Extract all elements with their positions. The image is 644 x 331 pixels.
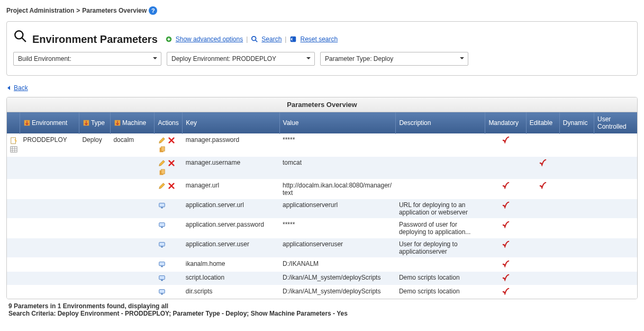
cell-editable [526, 258, 559, 272]
cell-actions [155, 199, 183, 219]
param-type-select[interactable]: Parameter Type: Deploy [320, 52, 468, 66]
new-icon[interactable] [10, 137, 16, 145]
cell-description [396, 157, 485, 180]
svg-rect-10 [11, 147, 17, 153]
copy-icon[interactable] [158, 146, 166, 154]
col-usercontrolled: User Controlled [594, 112, 637, 134]
cell-description: Demo scripts location [396, 272, 485, 285]
show-advanced-link[interactable]: Show advanced options [176, 35, 243, 43]
table-row: application.server.userapplicationserver… [7, 238, 637, 258]
cell-environment [20, 180, 79, 199]
breadcrumb-sep: > [76, 7, 80, 14]
build-env-select[interactable]: Build Environment: [13, 52, 161, 66]
deploy-env-select[interactable]: Deploy Environment: PRODDEPLOY [167, 52, 315, 66]
check-icon [488, 221, 523, 228]
cell-machine [110, 238, 154, 258]
cell-machine [110, 219, 154, 238]
edit-icon[interactable] [158, 182, 166, 190]
deploy-env-value: Deploy Environment: PRODDEPLOY [171, 55, 276, 62]
svg-rect-22 [161, 266, 163, 267]
cell-type [79, 180, 110, 199]
chevron-down-icon [459, 52, 465, 65]
grid-icon[interactable] [10, 146, 16, 153]
cell-environment [20, 285, 79, 299]
table-row: script.locationD:/ikan/ALM_system/deploy… [7, 272, 637, 285]
edit-icon[interactable] [158, 159, 166, 167]
cell-actions [155, 180, 183, 199]
cell-dynamic [559, 157, 594, 180]
footer-line2: Search Criteria: Deploy Environment - PR… [8, 310, 636, 317]
cell-machine: docalm [110, 134, 154, 157]
svg-rect-16 [161, 208, 163, 209]
svg-rect-17 [159, 223, 165, 227]
table-row: application.server.password*****Password… [7, 219, 637, 238]
parameters-table-wrap: Parameters Overview Environment [6, 97, 638, 299]
cell-actions [155, 219, 183, 238]
chevron-down-icon [152, 52, 158, 65]
cell-description [396, 134, 485, 157]
row-lead [7, 134, 20, 157]
cell-machine [110, 272, 154, 285]
check-icon [529, 159, 556, 166]
cell-user [594, 180, 637, 199]
delete-icon[interactable] [167, 136, 176, 145]
cell-user [594, 157, 637, 180]
cell-machine [110, 285, 154, 299]
cell-mandatory [485, 157, 526, 180]
help-icon[interactable]: ? [149, 6, 157, 15]
svg-line-1 [22, 38, 26, 42]
machine-icon[interactable] [158, 288, 166, 296]
delete-icon[interactable] [167, 159, 176, 167]
machine-icon[interactable] [158, 240, 166, 249]
row-lead [7, 238, 20, 258]
col-value: Value [279, 112, 396, 134]
cell-editable [526, 219, 559, 238]
parameters-table: Environment Type Machine Actions K [7, 112, 637, 299]
cell-type [79, 272, 110, 285]
svg-rect-14 [161, 169, 165, 174]
cell-key: application.server.url [183, 199, 279, 219]
table-row: manager.urlhttp://docalm.ikan.local:8080… [7, 180, 637, 199]
cell-machine [110, 157, 154, 180]
machine-icon[interactable] [158, 260, 166, 269]
cell-environment [20, 157, 79, 180]
svg-rect-18 [161, 227, 163, 228]
col-type[interactable]: Type [79, 112, 110, 134]
col-rowactions [7, 112, 20, 134]
cell-value: tomcat [279, 157, 396, 180]
col-mandatory: Mandatory [485, 112, 526, 134]
machine-icon[interactable] [158, 274, 166, 282]
check-icon [488, 182, 523, 189]
sort-icon [83, 119, 90, 127]
col-environment[interactable]: Environment [20, 112, 79, 134]
reset-search-link[interactable]: Reset search [300, 35, 338, 43]
machine-icon[interactable] [158, 221, 166, 229]
edit-icon[interactable] [158, 136, 166, 145]
col-description: Description [396, 112, 485, 134]
svg-rect-20 [161, 247, 163, 248]
cell-value: D:/IKANALM [279, 258, 396, 272]
cell-editable [526, 134, 559, 157]
search-link[interactable]: Search [261, 35, 282, 43]
svg-point-0 [15, 31, 23, 39]
cell-value: ***** [279, 219, 396, 238]
delete-icon[interactable] [167, 182, 176, 190]
cell-mandatory [485, 258, 526, 272]
copy-icon[interactable] [158, 168, 166, 177]
svg-rect-21 [159, 262, 165, 266]
breadcrumb-part1: Project Administration [6, 7, 74, 14]
cell-actions [155, 285, 183, 299]
back-link[interactable]: Back [6, 84, 28, 92]
row-lead [7, 272, 20, 285]
cell-key: script.location [183, 272, 279, 285]
cell-actions [155, 134, 183, 157]
col-machine[interactable]: Machine [110, 112, 154, 134]
cell-actions [155, 272, 183, 285]
cell-description: Password of user for deploying to applic… [396, 219, 485, 238]
cell-actions [155, 258, 183, 272]
cell-value: D:/ikan/ALM_system/deployScripts [279, 285, 396, 299]
chevron-down-icon [306, 52, 311, 65]
col-key: Key [183, 112, 279, 134]
table-row: manager.usernametomcat [7, 157, 637, 180]
machine-icon[interactable] [158, 201, 166, 210]
